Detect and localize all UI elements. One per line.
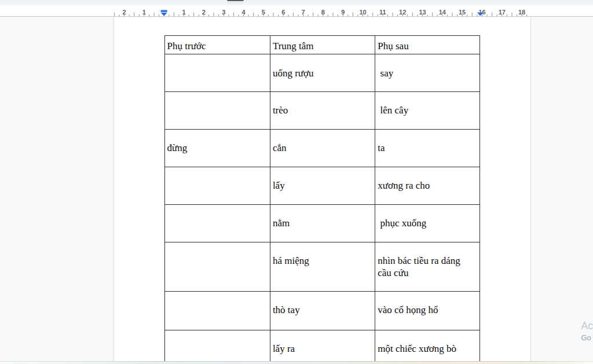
- svg-text:17: 17: [499, 9, 506, 16]
- svg-text:15: 15: [459, 9, 466, 16]
- svg-text:14: 14: [439, 9, 446, 16]
- svg-text:12: 12: [399, 9, 406, 16]
- svg-text:7: 7: [301, 9, 305, 16]
- svg-text:3: 3: [222, 9, 225, 16]
- svg-text:1: 1: [182, 9, 185, 16]
- svg-text:11: 11: [379, 9, 386, 16]
- svg-text:2: 2: [202, 9, 206, 16]
- svg-text:13: 13: [419, 9, 426, 16]
- svg-text:9: 9: [341, 9, 345, 16]
- svg-text:6: 6: [281, 9, 285, 16]
- svg-text:2: 2: [122, 9, 126, 16]
- svg-text:18: 18: [518, 9, 525, 16]
- svg-text:8: 8: [321, 9, 325, 16]
- svg-text:5: 5: [262, 9, 265, 16]
- svg-text:10: 10: [359, 9, 366, 16]
- svg-text:4: 4: [241, 9, 246, 16]
- svg-text:1: 1: [142, 9, 146, 16]
